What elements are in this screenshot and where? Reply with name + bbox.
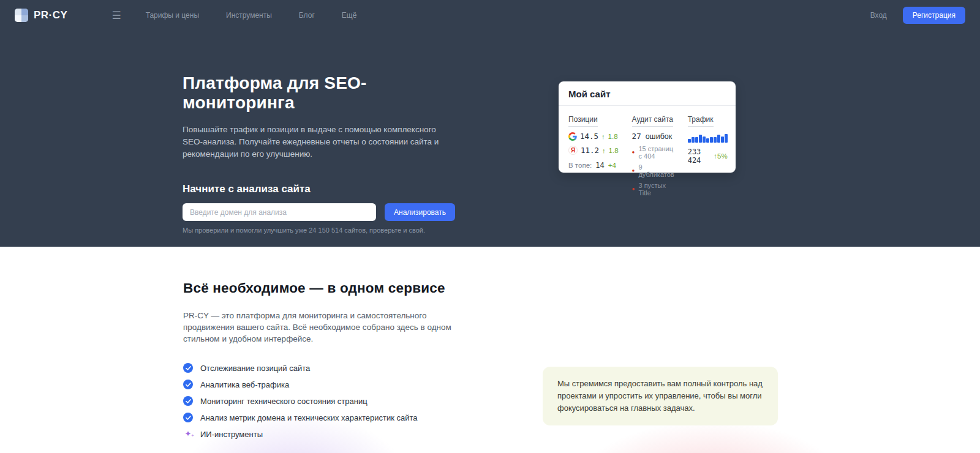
logo-text: PR·CY — [34, 9, 67, 21]
feature-item-label: Аналитика веб-трафика — [200, 380, 289, 389]
analyze-form-title: Начните с анализа сайта — [183, 183, 455, 195]
up-arrow-icon: ↑ — [601, 133, 605, 140]
in-top-row: В топе: 14 +4 — [568, 161, 619, 170]
analyze-button[interactable]: Анализировать — [385, 203, 455, 221]
features-title: Всё необходимое — в одном сервисе — [183, 280, 477, 296]
up-arrow-icon: ↑ — [602, 147, 606, 154]
position-row-google: 14.5 ↑ 1.8 — [568, 132, 619, 141]
check-icon — [183, 413, 193, 422]
traffic-column: Трафик 233 424 ↑5% — [688, 113, 728, 200]
in-top-label: В топе: — [568, 162, 592, 169]
positions-header: Позиции — [568, 115, 598, 127]
traffic-total-row: 233 424 ↑5% — [688, 148, 728, 165]
top-navigation-bar: PR·CY ☰ Тарифы и цены Инструменты Блог Е… — [0, 0, 980, 31]
main-nav: Тарифы и цены Инструменты Блог Ещё — [146, 11, 357, 20]
page-title: Платформа для SEO-мониторинга — [183, 73, 455, 113]
errors-label: ошибок — [646, 132, 673, 141]
audit-issue-label: 15 страниц с 404 — [638, 145, 674, 160]
hamburger-menu-icon[interactable]: ☰ — [111, 10, 121, 21]
errors-count-row: 27 ошибок — [632, 132, 674, 141]
nav-item-tools[interactable]: Инструменты — [226, 11, 272, 20]
login-link[interactable]: Вход — [870, 11, 887, 20]
traffic-delta: ↑5% — [714, 152, 727, 160]
features-copy: Всё необходимое — в одном сервисе PR-CY … — [183, 280, 477, 446]
check-icon — [183, 396, 193, 406]
feature-item-analytics: Аналитика веб-трафика — [183, 380, 477, 389]
nav-item-pricing[interactable]: Тарифы и цены — [146, 11, 199, 20]
traffic-delta-value: 5% — [717, 152, 728, 160]
yandex-position-value: 11.2 — [581, 146, 599, 155]
nav-item-more[interactable]: Ещё — [342, 11, 357, 20]
mission-quote-text: Мы стремимся предоставить вам полный кон… — [557, 378, 763, 414]
feature-item-monitoring: Мониторинг технического состояния страни… — [183, 396, 477, 406]
features-description: PR-CY — это платформа для мониторинга и … — [183, 310, 474, 345]
my-site-card-body: Позиции 14.5 ↑ 1.8 Я — [559, 106, 736, 200]
audit-header: Аудит сайта — [632, 115, 673, 127]
top-right-actions: Вход Регистрация — [870, 7, 965, 24]
sparkle-icon: ✦+ — [183, 429, 193, 439]
red-dot-icon: ● — [632, 168, 635, 173]
google-position-delta: 1.8 — [608, 133, 618, 140]
analyze-form: Анализировать — [183, 203, 455, 221]
position-row-yandex: Я 11.2 ↑ 1.8 — [568, 146, 619, 155]
traffic-total-value: 233 424 — [688, 148, 710, 165]
hero-section: PR·CY ☰ Тарифы и цены Инструменты Блог Е… — [0, 0, 980, 247]
feature-item-positions: Отслеживание позиций сайта — [183, 363, 477, 373]
sites-checked-note: Мы проверили и помогли улучшить уже 24 1… — [183, 226, 455, 234]
google-position-value: 14.5 — [580, 132, 598, 141]
feature-item-label: Мониторинг технического состояния страни… — [200, 397, 368, 406]
decorative-gradient-glow — [0, 367, 980, 453]
audit-issue-404: ● 15 страниц с 404 — [632, 145, 674, 160]
hero-copy: Платформа для SEO-мониторинга Повышайте … — [183, 73, 455, 234]
check-icon — [183, 363, 193, 373]
feature-item-label: Отслеживание позиций сайта — [200, 364, 310, 373]
logo-icon — [15, 9, 28, 22]
page: PR·CY ☰ Тарифы и цены Инструменты Блог Е… — [0, 0, 980, 453]
logo[interactable]: PR·CY — [15, 9, 67, 22]
mission-quote-card: Мы стремимся предоставить вам полный кон… — [543, 367, 778, 425]
in-top-delta: +4 — [608, 162, 616, 169]
feature-item-domain-metrics: Анализ метрик домена и технических харак… — [183, 413, 477, 422]
hero-subtitle: Повышайте трафик и позиции в выдаче с по… — [183, 124, 446, 160]
my-site-card: Мой сайт Позиции 14.5 ↑ 1.8 — [559, 81, 736, 173]
audit-issue-empty-title: ● 3 пустых Title — [632, 182, 674, 197]
traffic-header: Трафик — [688, 115, 714, 127]
audit-column: Аудит сайта 27 ошибок ● 15 страниц с 404… — [632, 113, 674, 200]
features-section: Всё необходимое — в одном сервисе PR-CY … — [0, 247, 980, 453]
in-top-value: 14 — [595, 161, 604, 170]
feature-item-ai-tools: ✦+ ИИ-инструменты — [183, 429, 477, 439]
red-dot-icon: ● — [632, 187, 635, 192]
audit-issue-label: 9 дубликатов — [638, 163, 674, 178]
traffic-bar-chart — [688, 134, 728, 143]
nav-item-blog[interactable]: Блог — [299, 11, 315, 20]
register-button[interactable]: Регистрация — [903, 7, 965, 24]
feature-item-label: ИИ-инструменты — [200, 430, 263, 439]
domain-input[interactable] — [183, 203, 376, 221]
positions-column: Позиции 14.5 ↑ 1.8 Я — [568, 113, 619, 200]
feature-item-label: Анализ метрик домена и технических харак… — [200, 413, 418, 422]
my-site-card-title: Мой сайт — [559, 81, 736, 106]
check-icon — [183, 380, 193, 389]
audit-issue-duplicates: ● 9 дубликатов — [632, 163, 674, 178]
yandex-position-delta: 1.8 — [609, 147, 619, 154]
audit-issue-label: 3 пустых Title — [638, 182, 674, 197]
yandex-icon: Я — [568, 146, 578, 155]
google-icon — [568, 132, 577, 141]
features-checklist: Отслеживание позиций сайта Аналитика веб… — [183, 363, 477, 439]
errors-count: 27 — [632, 132, 641, 141]
red-dot-icon: ● — [632, 150, 635, 155]
